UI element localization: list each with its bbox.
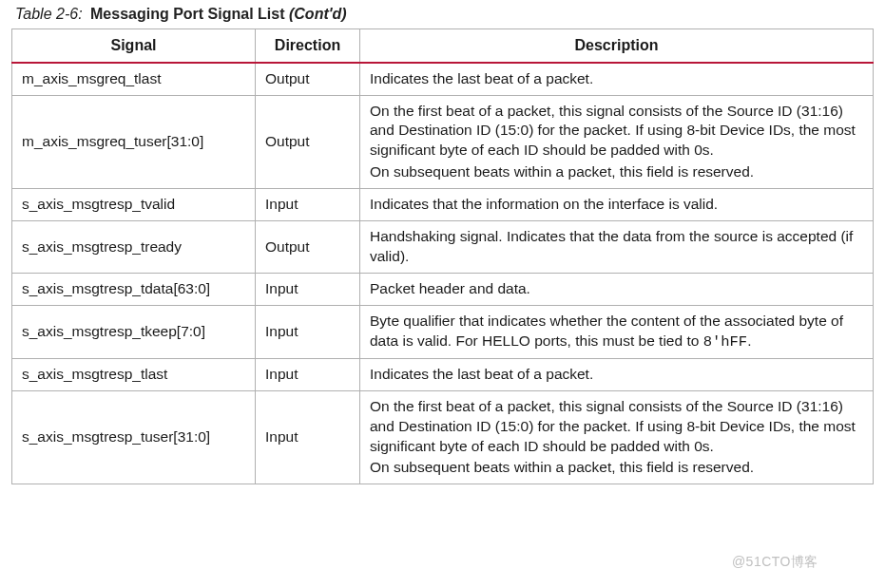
cell-direction: Input [256, 390, 360, 484]
cell-direction: Input [256, 358, 360, 390]
table-caption: Table 2-6: Messaging Port Signal List (C… [15, 6, 874, 23]
table-title: Messaging Port Signal List [90, 6, 284, 22]
table-header-row: Signal Direction Description [12, 29, 874, 63]
table-row: m_axis_msgreq_tuser[31:0]OutputOn the fi… [12, 95, 874, 189]
header-signal: Signal [12, 29, 256, 63]
code-literal: 8'hFF [703, 333, 748, 351]
description-paragraph: On subsequent beats within a packet, thi… [370, 162, 863, 182]
table-row: s_axis_msgtresp_tdata[63:0]InputPacket h… [12, 273, 874, 305]
cell-signal: s_axis_msgtresp_tkeep[7:0] [12, 305, 256, 358]
cell-description: On the first beat of a packet, this sign… [360, 95, 874, 189]
description-paragraph: On the first beat of a packet, this sign… [370, 397, 863, 457]
cell-signal: m_axis_msgreq_tlast [12, 63, 256, 95]
description-paragraph: Handshaking signal. Indicates that the d… [370, 227, 863, 267]
cell-signal: s_axis_msgtresp_tuser[31:0] [12, 390, 256, 484]
description-paragraph: Indicates the last beat of a packet. [370, 365, 863, 385]
cell-direction: Input [256, 189, 360, 221]
description-paragraph: Packet header and data. [370, 279, 863, 299]
cell-description: Indicates that the information on the in… [360, 189, 874, 221]
cell-direction: Input [256, 305, 360, 358]
cell-direction: Output [256, 63, 360, 95]
cell-description: On the first beat of a packet, this sign… [360, 390, 874, 484]
table-row: s_axis_msgtresp_treadyOutputHandshaking … [12, 221, 874, 274]
cell-description: Byte qualifier that indicates whether th… [360, 305, 874, 358]
table-row: s_axis_msgtresp_tkeep[7:0]InputByte qual… [12, 305, 874, 358]
header-description: Description [360, 29, 874, 63]
table-label: Table 2-6: [15, 6, 83, 22]
table-body: m_axis_msgreq_tlastOutputIndicates the l… [12, 63, 874, 484]
cell-signal: s_axis_msgtresp_tvalid [12, 189, 256, 221]
cell-signal: s_axis_msgtresp_tdata[63:0] [12, 273, 256, 305]
table-contd: (Cont'd) [289, 6, 347, 22]
table-row: m_axis_msgreq_tlastOutputIndicates the l… [12, 63, 874, 95]
cell-direction: Input [256, 273, 360, 305]
cell-description: Indicates the last beat of a packet. [360, 358, 874, 390]
description-paragraph: On subsequent beats within a packet, thi… [370, 458, 863, 478]
watermark: @51CTO博客 [732, 554, 818, 571]
page: Table 2-6: Messaging Port Signal List (C… [0, 0, 885, 496]
description-paragraph: Indicates that the information on the in… [370, 195, 863, 215]
cell-description: Handshaking signal. Indicates that the d… [360, 221, 874, 274]
cell-signal: m_axis_msgreq_tuser[31:0] [12, 95, 256, 189]
cell-direction: Output [256, 95, 360, 189]
signal-table: Signal Direction Description m_axis_msgr… [11, 28, 874, 484]
description-paragraph: Byte qualifier that indicates whether th… [370, 312, 863, 352]
cell-description: Packet header and data. [360, 273, 874, 305]
table-row: s_axis_msgtresp_tvalidInputIndicates tha… [12, 189, 874, 221]
cell-signal: s_axis_msgtresp_tready [12, 221, 256, 274]
description-paragraph: On the first beat of a packet, this sign… [370, 102, 863, 161]
table-row: s_axis_msgtresp_tlastInputIndicates the … [12, 358, 874, 390]
header-direction: Direction [256, 29, 360, 63]
cell-signal: s_axis_msgtresp_tlast [12, 358, 256, 390]
table-row: s_axis_msgtresp_tuser[31:0]InputOn the f… [12, 390, 874, 484]
description-paragraph: Indicates the last beat of a packet. [370, 69, 863, 89]
cell-direction: Output [256, 221, 360, 274]
cell-description: Indicates the last beat of a packet. [360, 63, 874, 95]
